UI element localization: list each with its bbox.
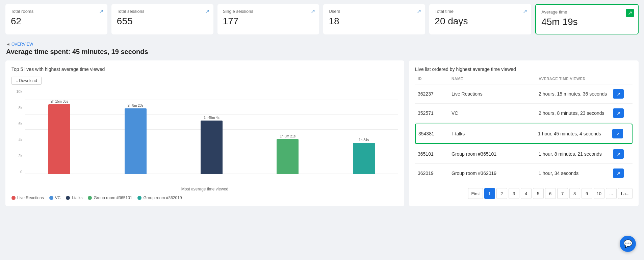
stat-card: Total sessions 655 ↗ <box>111 4 213 34</box>
stat-label: Average time <box>541 9 633 15</box>
chart-panel: Top 5 lives with highest average time vi… <box>5 60 404 206</box>
bar-group: 1h 34s <box>330 100 398 174</box>
table-title: Live list ordered by highest average tim… <box>415 67 633 72</box>
table-body: 362237 Live Reactions 2 hours, 15 minute… <box>415 84 633 183</box>
open-room-button[interactable]: ↗ <box>612 129 623 138</box>
y-axis-label: 6k <box>11 122 24 126</box>
stat-label: Users <box>329 9 420 14</box>
table-row: 362237 Live Reactions 2 hours, 15 minute… <box>415 84 633 104</box>
y-axis-label: 0 <box>11 170 24 174</box>
col-avg-time: AVERAGE TIME VIEWED <box>539 77 613 81</box>
table-row: 365101 Group room #365101 1 hour, 8 minu… <box>415 145 633 164</box>
legend-item: Group room #362019 <box>137 196 182 200</box>
row-id: 362237 <box>418 91 452 97</box>
bar-top-label: 2h 8m 23s <box>128 104 144 107</box>
y-axis-label: 2k <box>11 154 24 158</box>
legend-dot <box>49 196 53 200</box>
bars-container: 2h 15m 36s 2h 8m 23s 1h 45m 4s 1h 8m 21s… <box>25 100 398 174</box>
chart-area: 02k4k6k8k10k 2h 15m 36s 2h 8m 23s 1h 45m… <box>11 89 398 184</box>
page-number-button[interactable]: 3 <box>509 188 519 199</box>
page-number-button[interactable]: 8 <box>569 188 580 199</box>
chart-icon[interactable]: ↗ <box>417 8 421 15</box>
row-id: 354381 <box>418 131 452 136</box>
chart-icon[interactable]: ↗ <box>523 8 527 15</box>
stat-label: Total sessions <box>117 9 208 14</box>
legend-label: Group room #365101 <box>94 196 132 200</box>
row-name: I-talks <box>452 131 538 136</box>
stat-label: Single sessions <box>223 9 314 14</box>
row-avg-time: 1 hour, 34 seconds <box>539 171 613 176</box>
stat-label: Total time <box>435 9 526 14</box>
breadcrumb-arrow: ◄ <box>6 42 10 47</box>
stats-row: Total rooms 62 ↗ Total sessions 655 ↗ Si… <box>0 0 644 38</box>
row-id: 352571 <box>418 110 452 116</box>
col-action <box>613 77 630 81</box>
breadcrumb-parent[interactable]: OVERVIEW <box>11 42 33 47</box>
bar-top-label: 1h 45m 4s <box>204 116 220 120</box>
page-number-button[interactable]: 10 <box>594 188 604 199</box>
stat-value: 655 <box>117 16 208 27</box>
row-name: Group room #365101 <box>452 151 539 157</box>
row-avg-time: 1 hour, 8 minutes, 21 seconds <box>539 151 613 157</box>
stat-value: 45m 19s <box>541 17 633 27</box>
legend-dot <box>137 196 141 200</box>
bar-group: 1h 8m 21s <box>253 100 322 174</box>
chart-icon[interactable]: ↗ <box>99 8 103 15</box>
page-number-button[interactable]: 2 <box>496 188 507 199</box>
y-axis-label: 4k <box>11 138 24 142</box>
download-button[interactable]: ↓ Download <box>11 77 42 85</box>
page-last-button[interactable]: La... <box>618 188 633 199</box>
page-number-button[interactable]: 7 <box>557 188 568 199</box>
page-number-button[interactable]: 5 <box>533 188 544 199</box>
stat-card: Single sessions 177 ↗ <box>217 4 319 34</box>
chart-icon[interactable]: ↗ <box>626 9 634 17</box>
y-axis-label: 10k <box>11 89 24 94</box>
legend-dot <box>11 196 16 200</box>
row-name: VC <box>452 110 539 116</box>
row-avg-time: 1 hour, 45 minutes, 4 seconds <box>538 131 612 136</box>
pagination: First12345678910...La... <box>415 188 633 199</box>
open-room-button[interactable]: ↗ <box>613 149 624 159</box>
chart-icon[interactable]: ↗ <box>205 8 209 15</box>
page-ellipsis: ... <box>606 188 617 199</box>
col-id: ID <box>418 77 452 81</box>
bar-group: 2h 15m 36s <box>25 100 94 174</box>
legend-label: VC <box>55 196 61 200</box>
stat-value: 18 <box>329 16 420 27</box>
stat-value: 20 days <box>435 16 526 27</box>
y-axis-label: 8k <box>11 106 24 110</box>
legend-item: VC <box>49 196 61 200</box>
page-first-button[interactable]: First <box>468 188 483 199</box>
page-number-button[interactable]: 9 <box>582 188 592 199</box>
main-content: Top 5 lives with highest average time vi… <box>0 57 644 212</box>
row-id: 362019 <box>418 171 452 176</box>
bar-group: 1h 45m 4s <box>177 100 246 174</box>
legend-dot <box>88 196 92 200</box>
page-number-button[interactable]: 4 <box>521 188 532 199</box>
legend-item: Live Reactions <box>11 196 44 200</box>
row-name: Group room #362019 <box>452 171 539 176</box>
table-row: 362019 Group room #362019 1 hour, 34 sec… <box>415 164 633 183</box>
chart-icon[interactable]: ↗ <box>311 8 315 15</box>
bar <box>48 104 70 174</box>
open-room-button[interactable]: ↗ <box>613 89 624 99</box>
table-row: 354381 I-talks 1 hour, 45 minutes, 4 sec… <box>415 124 633 144</box>
col-name: NAME <box>452 77 539 81</box>
chart-title: Top 5 lives with highest average time vi… <box>11 67 398 72</box>
open-room-button[interactable]: ↗ <box>613 168 624 178</box>
legend-label: Group room #362019 <box>143 196 182 200</box>
bar-top-label: 2h 15m 36s <box>51 100 68 103</box>
bar-group: 2h 8m 23s <box>101 100 170 174</box>
bar-top-label: 1h 8m 21s <box>280 134 296 138</box>
open-room-button[interactable]: ↗ <box>613 108 624 118</box>
x-axis-label: Most average time viewed <box>11 187 398 191</box>
chart-legend: Live Reactions VC I-talks Group room #36… <box>11 196 398 200</box>
page-number-button[interactable]: 1 <box>484 188 495 199</box>
row-avg-time: 2 hours, 8 minutes, 23 seconds <box>539 110 613 116</box>
bar <box>201 121 223 174</box>
page-number-button[interactable]: 6 <box>545 188 556 199</box>
stat-card: Average time 45m 19s ↗ <box>535 4 639 34</box>
bar <box>353 143 375 174</box>
breadcrumb-area: ◄ OVERVIEW Average time spent: 45 minute… <box>0 38 644 57</box>
page-title: Average time spent: 45 minutes, 19 secon… <box>6 48 638 56</box>
